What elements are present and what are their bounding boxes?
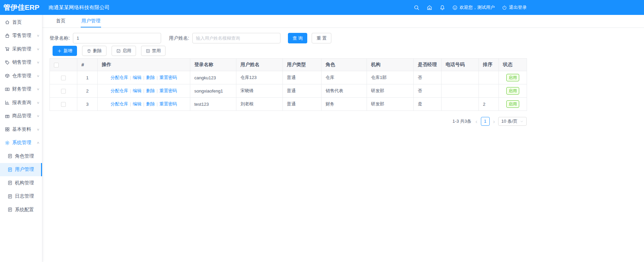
link-separator: | (157, 101, 158, 106)
sidebar-item-goods-management[interactable]: 商品管理 ∨ (0, 109, 42, 123)
cell-manager: 否 (414, 84, 442, 98)
edit-link[interactable]: 编辑 (133, 101, 141, 106)
plus-icon (57, 49, 62, 53)
page-size-select[interactable]: 10 条/页 (498, 117, 527, 126)
assign-warehouse-link[interactable]: 分配仓库 (111, 88, 128, 93)
sidebar-item-warehouse-management[interactable]: 仓库管理 ∨ (0, 69, 42, 83)
sidebar-item-system-management[interactable]: 系统管理 ∧ (0, 136, 42, 150)
app-logo[interactable]: 管伊佳ERP (0, 3, 39, 12)
cell-user-type: 普通 (283, 71, 321, 84)
sidebar-item-label: 报表查询 (12, 100, 31, 106)
reset-button[interactable]: 重 置 (312, 33, 331, 43)
prev-page-button[interactable]: ‹ (475, 119, 478, 124)
chevron-down-icon: ∨ (37, 74, 40, 78)
cell-checkbox (50, 71, 77, 84)
cell-sort (479, 84, 499, 98)
cell-operation: 分配仓库|编辑|删除|重置密码 (98, 98, 190, 111)
cell-phone (442, 71, 479, 84)
sidebar-item-label: 机构管理 (15, 180, 34, 186)
page-size-value: 10 条/页 (501, 118, 518, 124)
status-badge[interactable]: 启用 (506, 74, 519, 81)
delete-link[interactable]: 删除 (146, 75, 155, 80)
company-name: 南通某某网络科技有限公司 (48, 4, 110, 11)
link-separator: | (157, 75, 158, 80)
assign-warehouse-link[interactable]: 分配仓库 (111, 75, 128, 80)
cell-org: 仓库1部 (367, 71, 414, 84)
next-page-button[interactable]: › (492, 119, 496, 124)
sidebar-item-label: 仓库管理 (12, 73, 31, 79)
link-separator: | (130, 101, 131, 106)
reset-password-link[interactable]: 重置密码 (159, 75, 177, 80)
col-login-name: 登录名称 (190, 59, 236, 71)
row-checkbox[interactable] (61, 76, 66, 80)
cell-user-name: 刘老根 (236, 98, 283, 111)
cell-login-name: test123 (190, 98, 236, 111)
finance-icon (5, 87, 10, 92)
col-user-type: 用户类型 (283, 59, 321, 71)
row-checkbox[interactable] (61, 89, 66, 94)
login-name-input[interactable] (73, 33, 161, 43)
status-badge[interactable]: 启用 (506, 87, 519, 95)
link-separator: | (130, 88, 131, 93)
trash-icon (87, 49, 91, 53)
delete-link[interactable]: 删除 (146, 101, 155, 106)
cell-role: 销售代表 (321, 84, 367, 98)
check-square-icon (116, 49, 121, 53)
sidebar-item-sales-management[interactable]: 销售管理 ∨ (0, 56, 42, 69)
sidebar-item-label: 采购管理 (12, 46, 31, 52)
status-badge[interactable]: 启用 (506, 100, 519, 108)
sidebar-item-user-management[interactable]: 用户管理 (0, 163, 42, 177)
bell-icon[interactable] (440, 5, 445, 11)
delete-label: 删除 (93, 48, 102, 54)
document-icon (7, 167, 13, 172)
add-button[interactable]: 新增 (53, 46, 77, 56)
home-icon[interactable] (427, 5, 432, 11)
sidebar-item-finance-management[interactable]: 财务管理 ∨ (0, 83, 42, 96)
search-button[interactable]: 查 询 (288, 33, 308, 43)
reset-password-link[interactable]: 重置密码 (159, 101, 177, 106)
row-checkbox[interactable] (61, 102, 66, 107)
sidebar-item-report-query[interactable]: 报表查询 ∨ (0, 96, 42, 109)
tab-home[interactable]: 首页 (55, 18, 66, 27)
sidebar-item-role-management[interactable]: 角色管理 (0, 149, 42, 163)
edit-link[interactable]: 编辑 (133, 88, 141, 93)
page-content: 登录名称: 用户姓名: 查 询 重 置 新增 删除 启用 (42, 28, 644, 126)
link-separator: | (157, 88, 158, 93)
sidebar-item-org-management[interactable]: 机构管理 (0, 176, 42, 190)
tab-user-management[interactable]: 用户管理 (81, 18, 101, 27)
select-all-checkbox[interactable] (54, 63, 59, 67)
link-separator: | (130, 75, 131, 80)
table-header-row: # 操作 登录名称 用户姓名 用户类型 角色 机构 是否经理 电话号码 排序 状… (50, 59, 527, 71)
logout-button[interactable]: 退出登录 (502, 4, 527, 11)
x-square-icon (146, 49, 150, 53)
sidebar-item-log-management[interactable]: 日志管理 (0, 190, 42, 203)
sidebar-item-purchase-management[interactable]: 采购管理 ∨ (0, 42, 42, 56)
sidebar-item-retail-management[interactable]: 零售管理 ∨ (0, 29, 42, 43)
chevron-down-icon: ∨ (37, 114, 40, 118)
sidebar-item-basic-data[interactable]: 基本资料 ∨ (0, 123, 42, 136)
sidebar-item-label: 基本资料 (12, 126, 31, 133)
cell-manager: 是 (414, 98, 442, 111)
smile-icon (452, 5, 457, 10)
enable-button[interactable]: 启用 (112, 46, 136, 56)
sidebar-item-label: 首页 (12, 19, 22, 25)
welcome-user[interactable]: 欢迎您，测试用户 (452, 4, 495, 11)
gear-icon (5, 140, 10, 145)
main-content: 首页 用户管理 登录名称: 用户姓名: 查 询 重 置 新增 (42, 15, 644, 262)
user-name-input[interactable] (192, 33, 280, 43)
sidebar-item-home[interactable]: 首页 (0, 16, 42, 29)
assign-warehouse-link[interactable]: 分配仓库 (111, 101, 128, 106)
page-number-button[interactable]: 1 (481, 117, 490, 126)
chevron-down-icon: ∨ (37, 87, 40, 91)
edit-link[interactable]: 编辑 (133, 75, 141, 80)
reset-password-link[interactable]: 重置密码 (159, 88, 177, 93)
delete-link[interactable]: 删除 (146, 88, 155, 93)
purchase-icon (5, 46, 10, 52)
search-icon[interactable] (414, 5, 419, 11)
disable-button[interactable]: 禁用 (141, 46, 165, 56)
sidebar-item-label: 用户管理 (15, 166, 34, 173)
sidebar: 首页 零售管理 ∨ 采购管理 ∨ 销售管理 ∨ 仓库管理 ∨ 财务管理 ∨ (0, 15, 42, 262)
col-user-name: 用户姓名 (236, 59, 283, 71)
delete-button[interactable]: 删除 (82, 46, 106, 56)
sidebar-item-system-config[interactable]: 系统配置 (0, 203, 42, 217)
